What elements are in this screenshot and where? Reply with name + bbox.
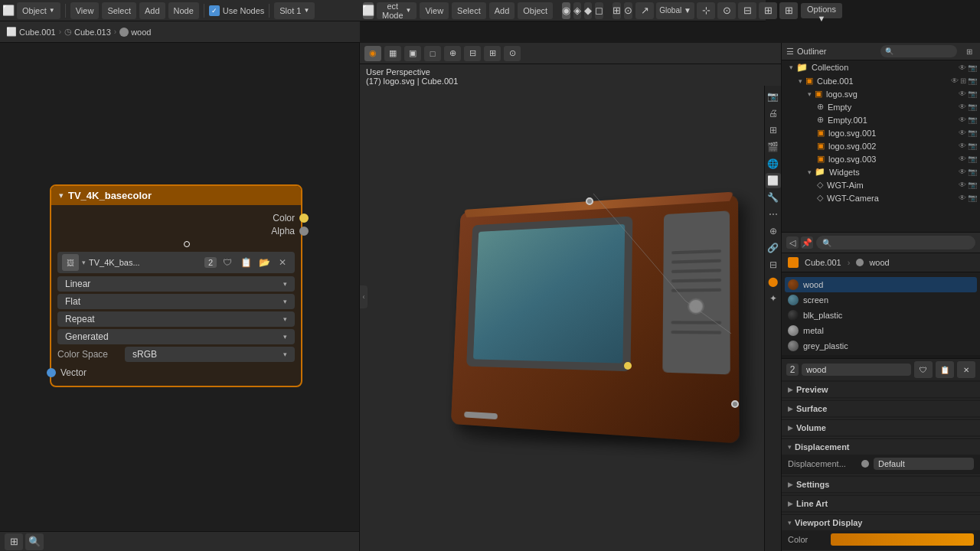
pivot-icon[interactable]: ⊹	[697, 2, 715, 19]
breadcrumb-cube013[interactable]: ◷ Cube.013	[64, 27, 111, 37]
tree-item-logosvg[interactable]: ▾ ▣ logo.svg 👁 📷	[782, 87, 980, 100]
wire-view-btn[interactable]: □	[424, 46, 441, 61]
mode-select-btn[interactable]: Object ▼	[17, 2, 60, 19]
tree-item-logosvg001[interactable]: ▣ logo.svg.001 👁 📷	[782, 126, 980, 139]
vp-add-menu[interactable]: Add	[489, 2, 515, 19]
mat-slot-name-field[interactable]: wood	[802, 364, 911, 376]
logosvg001-render[interactable]: 📷	[968, 129, 977, 137]
prop-pin-btn[interactable]: 📌	[801, 236, 813, 249]
empty-render[interactable]: 📷	[968, 103, 977, 111]
displacement-value[interactable]: Default	[874, 458, 974, 470]
data-props-icon[interactable]: ⊟	[766, 257, 781, 272]
options-btn[interactable]: Options ▼	[801, 3, 842, 18]
widgets-render[interactable]: 📷	[968, 168, 977, 176]
transform-dot-right[interactable]	[731, 400, 739, 408]
mat-item-screen[interactable]: screen	[785, 292, 977, 308]
empty001-render[interactable]: 📷	[968, 116, 977, 124]
view-menu-btn[interactable]: View	[70, 2, 100, 19]
physics-icon[interactable]: ⊕	[766, 223, 781, 239]
particles-icon[interactable]: ⋯	[766, 207, 781, 222]
logosvg002-vis[interactable]: 👁	[959, 142, 966, 150]
extra-icon[interactable]: ⊞	[779, 2, 798, 19]
vp-icon4[interactable]: ⊙	[504, 46, 521, 61]
vp-select-menu[interactable]: Select	[452, 2, 486, 19]
mat-copy-btn[interactable]: 📋	[936, 361, 954, 378]
node-header[interactable]: ▾ TV_4K_basecolor	[51, 186, 301, 205]
constraints-icon[interactable]: 🔗	[766, 240, 781, 256]
add-menu-btn-left[interactable]: Add	[139, 2, 165, 19]
empty001-vis[interactable]: 👁	[959, 116, 966, 124]
section-preview-header[interactable]: ▶ Preview	[782, 382, 980, 397]
render-view-btn[interactable]: ▣	[404, 46, 421, 61]
tree-item-empty001[interactable]: ⊕ Empty.001 👁 📷	[782, 113, 980, 126]
slot-btn[interactable]: Slot 1 ▼	[274, 2, 315, 19]
ne-zoom-in[interactable]: 🔍	[25, 533, 44, 550]
mat-props-icon[interactable]: ⬤	[766, 274, 781, 289]
breadcrumb-cube001[interactable]: ⬜ Cube.001	[6, 27, 56, 37]
shaderfx-icon[interactable]: ✦	[766, 291, 781, 306]
extension-dropdown[interactable]: Repeat ▾	[57, 311, 295, 327]
ne-view-icon[interactable]: ⊞	[5, 533, 23, 550]
snap-to[interactable]: ⊟	[738, 2, 756, 19]
mat-view-btn[interactable]: ▦	[384, 46, 401, 61]
snap-icon[interactable]: ⊞	[612, 2, 621, 19]
tree-item-empty[interactable]: ⊕ Empty 👁 📷	[782, 100, 980, 113]
displacement-dot[interactable]	[861, 460, 869, 468]
mat-item-wood[interactable]: wood	[785, 277, 977, 292]
mat-item-metal[interactable]: metal	[785, 323, 977, 338]
wgtcam-vis[interactable]: 👁	[959, 194, 966, 202]
node-collapse-btn[interactable]: ▾	[59, 191, 64, 201]
wgtaim-render[interactable]: 📷	[968, 181, 977, 189]
section-volume-header[interactable]: ▶ Volume	[782, 420, 980, 435]
cube001-render[interactable]: 📷	[968, 77, 977, 85]
section-surface-header[interactable]: ▶ Surface	[782, 401, 980, 416]
select-menu-btn-left[interactable]: Select	[102, 2, 136, 19]
logosvg-vis[interactable]: 👁	[959, 90, 966, 98]
render-props-icon[interactable]: 📷	[766, 89, 781, 104]
widgets-vis[interactable]: 👁	[959, 168, 966, 176]
close-action-btn[interactable]: ✕	[275, 255, 290, 270]
interpolation-dropdown[interactable]: Linear ▾	[57, 276, 295, 292]
copy-action-btn[interactable]: 📋	[238, 255, 253, 270]
node-menu-btn[interactable]: Node	[168, 2, 199, 19]
vp-view-menu[interactable]: View	[420, 2, 449, 19]
tree-item-logosvg002[interactable]: ▣ logo.svg.002 👁 📷	[782, 139, 980, 152]
vp-object-menu[interactable]: Object	[518, 2, 553, 19]
color-socket[interactable]	[299, 214, 309, 223]
tree-item-collection[interactable]: ▾ 📁 Collection 👁 📷	[782, 60, 980, 74]
vp-icon3[interactable]: ⊞	[484, 46, 501, 61]
outliner-search[interactable]: 🔍	[880, 45, 957, 57]
wireframe-icon[interactable]: ◻	[595, 2, 603, 19]
cube001-vis[interactable]: 👁	[951, 77, 959, 85]
outliner-filter-icon[interactable]: ⊞	[963, 45, 975, 57]
rendered-shading-icon[interactable]: ◆	[584, 2, 592, 19]
vp-icon1[interactable]: ⊕	[444, 46, 461, 61]
color-space-select[interactable]: sRGB ▾	[125, 347, 295, 362]
tree-item-wgt-aim[interactable]: ◇ WGT-Aim 👁 📷	[782, 178, 980, 191]
section-settings-header[interactable]: ▶ Settings	[782, 477, 980, 492]
solid-shading-icon[interactable]: ◉	[562, 2, 570, 19]
collection-render-btn[interactable]: 📷	[968, 64, 977, 72]
section-lineart-header[interactable]: ▶ Line Art	[782, 496, 980, 511]
logosvg003-vis[interactable]: 👁	[959, 155, 966, 163]
empty-vis[interactable]: 👁	[959, 103, 966, 111]
projection-dropdown[interactable]: Flat ▾	[57, 294, 295, 309]
collection-vis-btn[interactable]: 👁	[959, 64, 966, 72]
transform-icon[interactable]: ↗	[635, 2, 654, 19]
logosvg003-render[interactable]: 📷	[968, 155, 977, 163]
output-props-icon[interactable]: 🖨	[766, 106, 781, 121]
breadcrumb-wood[interactable]: wood	[119, 28, 151, 37]
viewport-mode-icon[interactable]: ⬜	[363, 2, 374, 19]
viewport-mode-btn[interactable]: ect Mode ▼	[377, 2, 416, 19]
grid-icon[interactable]: ⊞	[759, 2, 777, 19]
global-btn[interactable]: Global ▼	[656, 2, 694, 19]
shield-action-btn[interactable]: 🛡	[220, 255, 235, 270]
world-props-icon[interactable]: 🌐	[766, 156, 781, 171]
proportional-falloff[interactable]: ⊙	[717, 2, 736, 19]
solid-view-btn[interactable]: ◉	[364, 46, 381, 61]
logosvg002-render[interactable]: 📷	[968, 142, 977, 150]
image-texture-row[interactable]: 🖼 ▾ TV_4K_bas... 2 🛡 📋 📂 ✕	[57, 252, 295, 273]
section-vd-header[interactable]: ▾ Viewport Display	[782, 515, 980, 530]
tree-item-logosvg003[interactable]: ▣ logo.svg.003 👁 📷	[782, 152, 980, 165]
vp-icon2[interactable]: ⊟	[464, 46, 481, 61]
